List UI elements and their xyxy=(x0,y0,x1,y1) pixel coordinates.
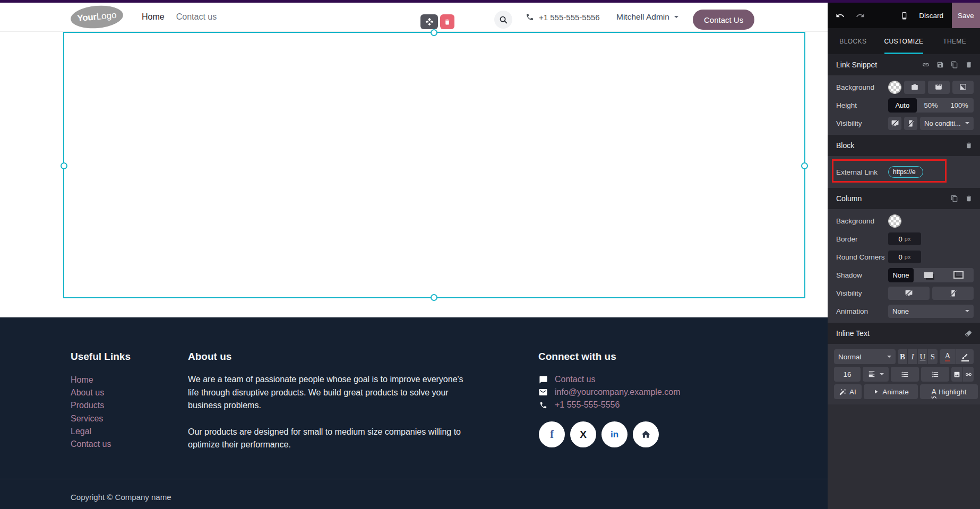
tab-customize[interactable]: CUSTOMIZE xyxy=(879,28,930,54)
height-option-50[interactable]: 50% xyxy=(917,98,945,113)
footer-link-products[interactable]: Products xyxy=(71,399,131,412)
selection-handle-bottom[interactable] xyxy=(431,294,437,301)
animation-dropdown[interactable]: None xyxy=(888,305,974,318)
column-background-swatch[interactable] xyxy=(888,214,901,228)
social-links: f X in xyxy=(539,421,659,447)
animate-label: Animate xyxy=(882,388,909,396)
height-option-100[interactable]: 100% xyxy=(945,98,974,113)
duplicate-snippet-icon[interactable] xyxy=(951,61,958,68)
footer-link-home[interactable]: Home xyxy=(71,374,131,386)
round-corners-value: 0 xyxy=(899,253,902,261)
facebook-button[interactable]: f xyxy=(539,421,565,447)
highlight-color-button[interactable] xyxy=(956,349,974,364)
animate-button[interactable]: Animate xyxy=(864,384,918,399)
header-phone-number: +1 555-555-5556 xyxy=(539,13,600,22)
mobile-preview-button[interactable] xyxy=(900,12,908,20)
shadow-outset-option[interactable] xyxy=(914,268,944,282)
footer-link-legal[interactable]: Legal xyxy=(71,425,131,438)
numbered-list-button[interactable] xyxy=(921,367,949,382)
footer-link-contact-us[interactable]: Contact us xyxy=(71,438,131,451)
round-corners-label: Round Corners xyxy=(836,253,885,261)
column-title: Column xyxy=(836,194,862,203)
strikethrough-button[interactable]: S xyxy=(928,349,938,364)
outset-shadow-icon xyxy=(924,272,933,278)
height-option-auto[interactable]: Auto xyxy=(888,98,917,113)
visibility-condition-dropdown[interactable]: No conditi... xyxy=(920,117,974,130)
external-link-input[interactable] xyxy=(888,166,923,178)
footer-phone-link[interactable]: +1 555-555-5556 xyxy=(555,399,620,411)
bold-button[interactable]: B xyxy=(898,349,907,364)
background-image-button[interactable] xyxy=(904,81,925,94)
list-ol-icon xyxy=(931,370,939,378)
insert-image-button[interactable] xyxy=(951,367,962,382)
redo-button[interactable] xyxy=(856,11,865,20)
font-color-letter: A xyxy=(945,352,951,361)
column-hide-on-mobile-button[interactable] xyxy=(932,287,974,300)
delete-column-icon[interactable] xyxy=(965,195,973,202)
search-button[interactable] xyxy=(494,11,512,29)
tab-theme[interactable]: THEME xyxy=(929,28,980,54)
shadow-none-option[interactable]: None xyxy=(888,268,914,282)
link-snippet-title: Link Snippet xyxy=(836,61,877,69)
nav-item-contact-us[interactable]: Contact us xyxy=(176,12,217,22)
header-phone-link[interactable]: +1 555-555-5556 xyxy=(526,3,600,31)
save-snippet-icon[interactable] xyxy=(936,61,944,68)
selection-handle-left[interactable] xyxy=(61,162,67,169)
border-label: Border xyxy=(836,235,858,243)
nav-item-home[interactable]: Home xyxy=(142,12,165,22)
underline-button[interactable]: U xyxy=(918,349,927,364)
editor-panel: Discard Save BLOCKS CUSTOMIZE THEME Link… xyxy=(828,3,980,509)
shadow-inset-option[interactable] xyxy=(944,268,974,282)
background-video-button[interactable] xyxy=(928,81,949,94)
site-logo[interactable]: YourLogo xyxy=(70,4,124,30)
save-button[interactable]: Save xyxy=(952,3,980,28)
redo-icon xyxy=(856,11,865,20)
section-inline-text: Inline Text xyxy=(828,323,980,344)
trash-icon xyxy=(444,19,451,25)
background-color-swatch[interactable] xyxy=(888,81,901,94)
background-shape-button[interactable] xyxy=(952,81,974,94)
delete-snippet-icon[interactable] xyxy=(965,61,973,68)
round-corners-input[interactable]: 0 px xyxy=(888,251,921,263)
contact-us-button[interactable]: Contact Us xyxy=(693,10,754,30)
ai-button[interactable]: AI xyxy=(834,384,862,399)
move-snippet-button[interactable] xyxy=(420,14,438,29)
delete-block-icon[interactable] xyxy=(965,142,973,149)
selection-handle-right[interactable] xyxy=(801,162,808,169)
delete-snippet-button[interactable] xyxy=(440,14,454,29)
insert-link-button[interactable] xyxy=(963,367,974,382)
font-size-input[interactable]: 16 xyxy=(834,367,861,382)
footer-link-services[interactable]: Services xyxy=(71,412,131,425)
block-options: External Link xyxy=(828,156,980,188)
x-twitter-button[interactable]: X xyxy=(570,421,596,447)
hide-on-mobile-button[interactable] xyxy=(904,117,917,130)
highlight-effect-button[interactable]: A Highlight xyxy=(920,384,978,399)
home-link-button[interactable] xyxy=(633,421,659,447)
selection-handle-top[interactable] xyxy=(431,29,437,36)
eraser-icon[interactable] xyxy=(965,330,973,338)
hide-on-desktop-button[interactable] xyxy=(888,117,901,130)
italic-button[interactable]: I xyxy=(908,349,917,364)
text-style-dropdown[interactable]: Normal xyxy=(834,349,896,364)
bulleted-list-button[interactable] xyxy=(891,367,919,382)
font-color-button[interactable]: A xyxy=(940,349,956,364)
anchor-link-icon[interactable] xyxy=(922,61,930,68)
align-left-icon xyxy=(868,370,875,378)
text-align-dropdown[interactable] xyxy=(863,367,889,382)
user-menu[interactable]: Mitchell Admin xyxy=(616,3,678,31)
column-background-label: Background xyxy=(836,217,874,225)
footer-contact-link[interactable]: Contact us xyxy=(555,373,595,386)
linkedin-button[interactable]: in xyxy=(601,421,627,447)
undo-button[interactable] xyxy=(836,11,845,20)
discard-button[interactable]: Discard xyxy=(919,12,943,20)
column-hide-on-desktop-button[interactable] xyxy=(888,287,930,300)
footer-link-about-us[interactable]: About us xyxy=(71,386,131,399)
about-paragraph-1: We are a team of passionate people whose… xyxy=(188,373,469,412)
border-width-input[interactable]: 0 px xyxy=(888,232,921,245)
height-label: Height xyxy=(836,101,857,109)
footer-email-link[interactable]: info@yourcompany.example.com xyxy=(555,386,681,399)
useful-links-title: Useful Links xyxy=(71,351,131,363)
tab-blocks[interactable]: BLOCKS xyxy=(828,28,879,54)
duplicate-column-icon[interactable] xyxy=(951,195,958,202)
copyright-text: Copyright © Company name xyxy=(71,493,828,502)
